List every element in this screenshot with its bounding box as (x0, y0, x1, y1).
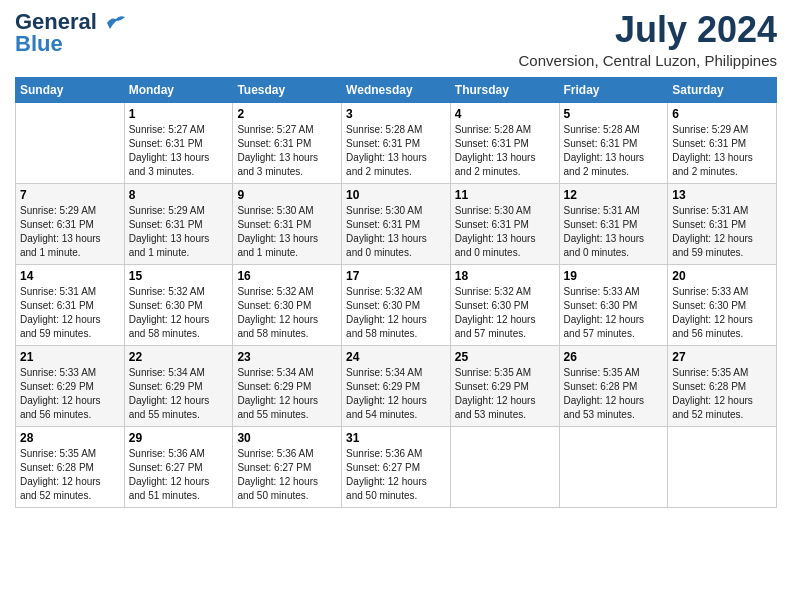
day-info: Sunrise: 5:35 AM Sunset: 6:28 PM Dayligh… (564, 366, 664, 422)
day-info: Sunrise: 5:36 AM Sunset: 6:27 PM Dayligh… (129, 447, 229, 503)
calendar-cell: 22Sunrise: 5:34 AM Sunset: 6:29 PM Dayli… (124, 345, 233, 426)
calendar-cell: 14Sunrise: 5:31 AM Sunset: 6:31 PM Dayli… (16, 264, 125, 345)
calendar-cell: 31Sunrise: 5:36 AM Sunset: 6:27 PM Dayli… (342, 426, 451, 507)
header-saturday: Saturday (668, 77, 777, 102)
day-number: 12 (564, 188, 664, 202)
calendar-header-row: SundayMondayTuesdayWednesdayThursdayFrid… (16, 77, 777, 102)
day-info: Sunrise: 5:32 AM Sunset: 6:30 PM Dayligh… (455, 285, 555, 341)
day-number: 1 (129, 107, 229, 121)
calendar-cell (668, 426, 777, 507)
day-info: Sunrise: 5:30 AM Sunset: 6:31 PM Dayligh… (455, 204, 555, 260)
logo-bird-icon (105, 10, 127, 34)
day-number: 28 (20, 431, 120, 445)
day-number: 26 (564, 350, 664, 364)
day-info: Sunrise: 5:29 AM Sunset: 6:31 PM Dayligh… (20, 204, 120, 260)
week-row-4: 21Sunrise: 5:33 AM Sunset: 6:29 PM Dayli… (16, 345, 777, 426)
calendar-cell (559, 426, 668, 507)
calendar-cell: 6Sunrise: 5:29 AM Sunset: 6:31 PM Daylig… (668, 102, 777, 183)
calendar-cell: 10Sunrise: 5:30 AM Sunset: 6:31 PM Dayli… (342, 183, 451, 264)
header-wednesday: Wednesday (342, 77, 451, 102)
header-friday: Friday (559, 77, 668, 102)
logo-blue-text: Blue (15, 32, 63, 56)
calendar-cell: 13Sunrise: 5:31 AM Sunset: 6:31 PM Dayli… (668, 183, 777, 264)
day-info: Sunrise: 5:32 AM Sunset: 6:30 PM Dayligh… (237, 285, 337, 341)
day-number: 4 (455, 107, 555, 121)
day-info: Sunrise: 5:28 AM Sunset: 6:31 PM Dayligh… (455, 123, 555, 179)
calendar-cell: 24Sunrise: 5:34 AM Sunset: 6:29 PM Dayli… (342, 345, 451, 426)
calendar-cell: 8Sunrise: 5:29 AM Sunset: 6:31 PM Daylig… (124, 183, 233, 264)
day-info: Sunrise: 5:27 AM Sunset: 6:31 PM Dayligh… (237, 123, 337, 179)
calendar-cell: 21Sunrise: 5:33 AM Sunset: 6:29 PM Dayli… (16, 345, 125, 426)
calendar-cell: 5Sunrise: 5:28 AM Sunset: 6:31 PM Daylig… (559, 102, 668, 183)
header-tuesday: Tuesday (233, 77, 342, 102)
day-info: Sunrise: 5:31 AM Sunset: 6:31 PM Dayligh… (564, 204, 664, 260)
day-number: 2 (237, 107, 337, 121)
calendar-cell: 15Sunrise: 5:32 AM Sunset: 6:30 PM Dayli… (124, 264, 233, 345)
day-info: Sunrise: 5:29 AM Sunset: 6:31 PM Dayligh… (672, 123, 772, 179)
day-number: 15 (129, 269, 229, 283)
day-number: 27 (672, 350, 772, 364)
calendar-cell: 29Sunrise: 5:36 AM Sunset: 6:27 PM Dayli… (124, 426, 233, 507)
day-number: 22 (129, 350, 229, 364)
day-number: 24 (346, 350, 446, 364)
day-number: 21 (20, 350, 120, 364)
day-info: Sunrise: 5:34 AM Sunset: 6:29 PM Dayligh… (346, 366, 446, 422)
day-info: Sunrise: 5:33 AM Sunset: 6:30 PM Dayligh… (672, 285, 772, 341)
month-year-title: July 2024 (519, 10, 777, 50)
calendar-cell: 17Sunrise: 5:32 AM Sunset: 6:30 PM Dayli… (342, 264, 451, 345)
location-subtitle: Conversion, Central Luzon, Philippines (519, 52, 777, 69)
day-number: 23 (237, 350, 337, 364)
day-info: Sunrise: 5:33 AM Sunset: 6:30 PM Dayligh… (564, 285, 664, 341)
calendar-cell (16, 102, 125, 183)
calendar-cell: 27Sunrise: 5:35 AM Sunset: 6:28 PM Dayli… (668, 345, 777, 426)
day-number: 19 (564, 269, 664, 283)
day-info: Sunrise: 5:36 AM Sunset: 6:27 PM Dayligh… (237, 447, 337, 503)
day-number: 8 (129, 188, 229, 202)
day-info: Sunrise: 5:31 AM Sunset: 6:31 PM Dayligh… (672, 204, 772, 260)
day-info: Sunrise: 5:33 AM Sunset: 6:29 PM Dayligh… (20, 366, 120, 422)
calendar-cell: 1Sunrise: 5:27 AM Sunset: 6:31 PM Daylig… (124, 102, 233, 183)
day-info: Sunrise: 5:32 AM Sunset: 6:30 PM Dayligh… (129, 285, 229, 341)
calendar-cell: 23Sunrise: 5:34 AM Sunset: 6:29 PM Dayli… (233, 345, 342, 426)
day-number: 10 (346, 188, 446, 202)
day-info: Sunrise: 5:34 AM Sunset: 6:29 PM Dayligh… (129, 366, 229, 422)
day-info: Sunrise: 5:29 AM Sunset: 6:31 PM Dayligh… (129, 204, 229, 260)
day-number: 30 (237, 431, 337, 445)
day-number: 7 (20, 188, 120, 202)
calendar-cell (450, 426, 559, 507)
day-info: Sunrise: 5:27 AM Sunset: 6:31 PM Dayligh… (129, 123, 229, 179)
day-number: 25 (455, 350, 555, 364)
calendar-cell: 26Sunrise: 5:35 AM Sunset: 6:28 PM Dayli… (559, 345, 668, 426)
day-info: Sunrise: 5:30 AM Sunset: 6:31 PM Dayligh… (237, 204, 337, 260)
calendar-cell: 25Sunrise: 5:35 AM Sunset: 6:29 PM Dayli… (450, 345, 559, 426)
day-info: Sunrise: 5:34 AM Sunset: 6:29 PM Dayligh… (237, 366, 337, 422)
calendar-cell: 19Sunrise: 5:33 AM Sunset: 6:30 PM Dayli… (559, 264, 668, 345)
logo: General Blue (15, 10, 127, 56)
week-row-2: 7Sunrise: 5:29 AM Sunset: 6:31 PM Daylig… (16, 183, 777, 264)
day-number: 9 (237, 188, 337, 202)
day-info: Sunrise: 5:35 AM Sunset: 6:28 PM Dayligh… (672, 366, 772, 422)
title-block: July 2024 Conversion, Central Luzon, Phi… (519, 10, 777, 69)
header-thursday: Thursday (450, 77, 559, 102)
day-number: 20 (672, 269, 772, 283)
week-row-3: 14Sunrise: 5:31 AM Sunset: 6:31 PM Dayli… (16, 264, 777, 345)
calendar-cell: 4Sunrise: 5:28 AM Sunset: 6:31 PM Daylig… (450, 102, 559, 183)
day-info: Sunrise: 5:28 AM Sunset: 6:31 PM Dayligh… (564, 123, 664, 179)
day-number: 14 (20, 269, 120, 283)
day-number: 31 (346, 431, 446, 445)
day-number: 16 (237, 269, 337, 283)
day-info: Sunrise: 5:36 AM Sunset: 6:27 PM Dayligh… (346, 447, 446, 503)
day-number: 6 (672, 107, 772, 121)
calendar-cell: 7Sunrise: 5:29 AM Sunset: 6:31 PM Daylig… (16, 183, 125, 264)
day-info: Sunrise: 5:35 AM Sunset: 6:29 PM Dayligh… (455, 366, 555, 422)
day-info: Sunrise: 5:28 AM Sunset: 6:31 PM Dayligh… (346, 123, 446, 179)
week-row-5: 28Sunrise: 5:35 AM Sunset: 6:28 PM Dayli… (16, 426, 777, 507)
calendar-cell: 2Sunrise: 5:27 AM Sunset: 6:31 PM Daylig… (233, 102, 342, 183)
calendar-cell: 12Sunrise: 5:31 AM Sunset: 6:31 PM Dayli… (559, 183, 668, 264)
calendar-cell: 9Sunrise: 5:30 AM Sunset: 6:31 PM Daylig… (233, 183, 342, 264)
header-sunday: Sunday (16, 77, 125, 102)
calendar-cell: 30Sunrise: 5:36 AM Sunset: 6:27 PM Dayli… (233, 426, 342, 507)
calendar-cell: 18Sunrise: 5:32 AM Sunset: 6:30 PM Dayli… (450, 264, 559, 345)
day-info: Sunrise: 5:35 AM Sunset: 6:28 PM Dayligh… (20, 447, 120, 503)
day-number: 5 (564, 107, 664, 121)
